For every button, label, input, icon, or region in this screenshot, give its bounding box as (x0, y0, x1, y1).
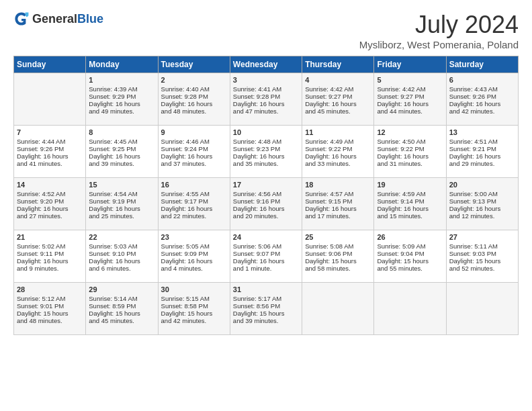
day-info: and 55 minutes. (377, 265, 443, 272)
day-number: 4 (305, 76, 371, 84)
day-info: and 58 minutes. (305, 265, 371, 272)
day-info: Daylight: 16 hours (161, 100, 227, 107)
day-number: 19 (377, 181, 443, 189)
day-info: and 42 minutes. (449, 107, 515, 115)
day-info: Daylight: 15 hours (233, 310, 299, 317)
day-info: Sunrise: 4:45 AM (89, 138, 154, 145)
day-info: and 45 minutes. (89, 317, 154, 324)
day-info: Sunset: 9:04 PM (377, 250, 443, 257)
day-info: Sunrise: 5:05 AM (161, 242, 227, 250)
weekday-saturday: Saturday (446, 56, 518, 73)
day-info: Sunrise: 4:41 AM (233, 85, 299, 93)
weekday-friday: Friday (374, 56, 446, 73)
day-info: Sunrise: 5:11 AM (449, 242, 515, 250)
day-info: Sunrise: 5:03 AM (89, 242, 154, 250)
day-info: Sunset: 9:03 PM (449, 250, 515, 257)
day-number: 29 (89, 285, 154, 293)
day-info: Daylight: 16 hours (233, 100, 299, 107)
day-info: Sunset: 9:01 PM (17, 302, 83, 310)
day-info: Sunset: 9:27 PM (377, 93, 443, 100)
day-info: and 48 minutes. (161, 107, 227, 115)
day-info: Sunrise: 4:46 AM (161, 138, 227, 145)
day-info: Sunrise: 4:50 AM (377, 138, 443, 145)
day-info: Daylight: 15 hours (449, 257, 515, 265)
day-info: Daylight: 16 hours (161, 205, 227, 212)
day-info: Sunset: 9:19 PM (89, 197, 154, 205)
day-info: and 52 minutes. (449, 265, 515, 272)
day-number: 18 (305, 181, 371, 189)
day-info: and 27 minutes. (17, 212, 83, 220)
day-info: Sunrise: 5:06 AM (233, 242, 299, 250)
logo-blue: Blue (77, 12, 103, 26)
day-info: Sunset: 9:06 PM (305, 250, 371, 257)
day-number: 7 (17, 128, 83, 136)
day-info: Sunrise: 4:42 AM (305, 85, 371, 93)
day-info: and 17 minutes. (305, 212, 371, 220)
header: GeneralBlue July 2024 Mysliborz, West Po… (13, 11, 519, 50)
day-number: 25 (305, 233, 371, 241)
day-info: Sunset: 9:11 PM (17, 250, 83, 257)
day-info: and 47 minutes. (233, 107, 299, 115)
day-info: Sunrise: 4:57 AM (305, 190, 371, 197)
day-info: Sunrise: 5:12 AM (17, 295, 83, 302)
day-info: Sunset: 9:27 PM (305, 93, 371, 100)
day-number: 1 (89, 76, 154, 84)
day-number: 28 (17, 285, 83, 293)
day-info: Sunrise: 4:40 AM (161, 85, 227, 93)
day-info: and 49 minutes. (89, 107, 154, 115)
day-info: Sunset: 9:20 PM (17, 197, 83, 205)
day-number: 27 (449, 233, 515, 241)
calendar-cell: 29Sunrise: 5:14 AMSunset: 8:59 PMDayligh… (86, 283, 158, 335)
weekday-header-row: SundayMondayTuesdayWednesdayThursdayFrid… (14, 56, 519, 73)
day-info: Sunset: 9:25 PM (89, 145, 154, 152)
day-info: Sunset: 9:13 PM (449, 197, 515, 205)
day-info: and 29 minutes. (449, 160, 515, 167)
weekday-wednesday: Wednesday (230, 56, 302, 73)
calendar-cell: 11Sunrise: 4:49 AMSunset: 9:22 PMDayligh… (302, 126, 374, 178)
day-info: and 15 minutes. (377, 212, 443, 220)
day-info: and 44 minutes. (377, 107, 443, 115)
calendar-cell: 2Sunrise: 4:40 AMSunset: 9:28 PMDaylight… (158, 73, 230, 126)
day-info: Daylight: 16 hours (89, 205, 154, 212)
calendar-cell: 13Sunrise: 4:51 AMSunset: 9:21 PMDayligh… (446, 126, 518, 178)
day-info: Daylight: 16 hours (161, 257, 227, 265)
day-info: and 4 minutes. (161, 265, 227, 272)
calendar-cell (446, 283, 518, 335)
day-info: Sunset: 9:26 PM (17, 145, 83, 152)
day-info: Sunset: 9:29 PM (89, 93, 154, 100)
day-info: Daylight: 16 hours (449, 152, 515, 160)
day-info: Sunrise: 4:44 AM (17, 138, 83, 145)
day-number: 17 (233, 181, 299, 189)
week-row-5: 28Sunrise: 5:12 AMSunset: 9:01 PMDayligh… (14, 283, 519, 335)
day-info: Daylight: 15 hours (305, 257, 371, 265)
day-number: 14 (17, 181, 83, 189)
day-number: 15 (89, 181, 154, 189)
day-number: 24 (233, 233, 299, 241)
day-info: and 35 minutes. (233, 160, 299, 167)
calendar-cell: 23Sunrise: 5:05 AMSunset: 9:09 PMDayligh… (158, 230, 230, 283)
day-info: Daylight: 16 hours (161, 152, 227, 160)
weekday-monday: Monday (86, 56, 158, 73)
calendar-cell: 30Sunrise: 5:15 AMSunset: 8:58 PMDayligh… (158, 283, 230, 335)
calendar-cell: 10Sunrise: 4:48 AMSunset: 9:23 PMDayligh… (230, 126, 302, 178)
day-info: Daylight: 15 hours (89, 310, 154, 317)
calendar-cell: 26Sunrise: 5:09 AMSunset: 9:04 PMDayligh… (374, 230, 446, 283)
calendar-cell: 5Sunrise: 4:42 AMSunset: 9:27 PMDaylight… (374, 73, 446, 126)
calendar-cell: 16Sunrise: 4:55 AMSunset: 9:17 PMDayligh… (158, 178, 230, 230)
day-info: Sunrise: 4:39 AM (89, 85, 154, 93)
calendar-cell: 25Sunrise: 5:08 AMSunset: 9:06 PMDayligh… (302, 230, 374, 283)
day-number: 13 (449, 128, 515, 136)
month-year: July 2024 (359, 11, 519, 39)
day-info: and 33 minutes. (305, 160, 371, 167)
day-info: Daylight: 16 hours (89, 257, 154, 265)
day-number: 26 (377, 233, 443, 241)
day-info: Sunrise: 4:43 AM (449, 85, 515, 93)
day-info: Sunrise: 4:56 AM (233, 190, 299, 197)
calendar-cell (374, 283, 446, 335)
day-info: Sunset: 9:14 PM (377, 197, 443, 205)
day-info: Sunrise: 4:55 AM (161, 190, 227, 197)
day-info: and 41 minutes. (17, 160, 83, 167)
calendar-cell: 31Sunrise: 5:17 AMSunset: 8:56 PMDayligh… (230, 283, 302, 335)
day-info: Daylight: 16 hours (377, 100, 443, 107)
day-number: 16 (161, 181, 227, 189)
